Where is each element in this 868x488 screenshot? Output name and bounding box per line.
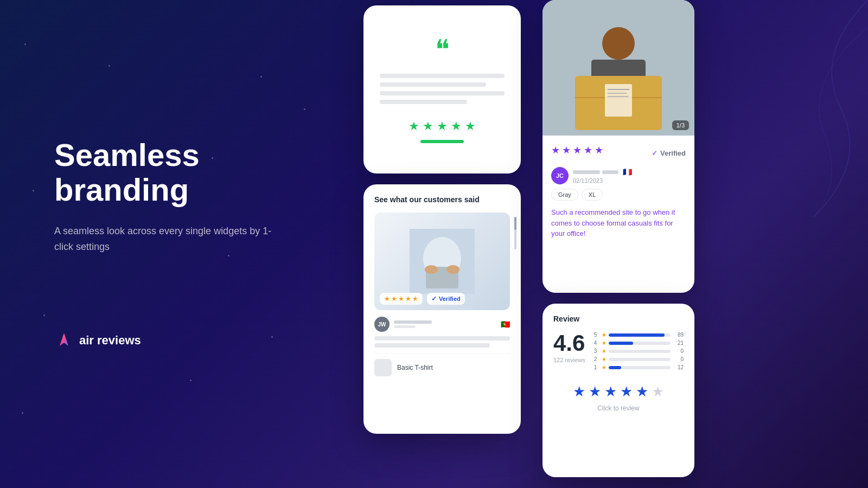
check-circle-icon: ✓ bbox=[431, 295, 437, 303]
star-4: ★ bbox=[451, 119, 462, 133]
stars-row-1: ★ ★ ★ ★ ★ bbox=[409, 119, 476, 133]
product-name: Basic T-shirt bbox=[397, 364, 433, 371]
star-2: ★ bbox=[423, 119, 433, 133]
name-bars-3: 🇫🇷 bbox=[573, 168, 632, 176]
rating-row-3: 3 ★ 0 bbox=[594, 348, 684, 354]
star-1: ★ bbox=[409, 119, 419, 133]
rating-star-4: ★ bbox=[602, 340, 607, 346]
verified-badge-2: ✓ Verified bbox=[427, 293, 465, 305]
orange-star-2: ★ bbox=[391, 295, 397, 303]
star-3: ★ bbox=[437, 119, 448, 133]
bar-track-3 bbox=[609, 350, 671, 353]
product-thumbnail bbox=[374, 359, 392, 376]
image-counter: 1/3 bbox=[672, 120, 689, 130]
svg-marker-0 bbox=[60, 333, 68, 346]
logo-icon bbox=[54, 331, 74, 350]
reviewer-details-3: 🇫🇷 02/11/2023 bbox=[573, 168, 632, 184]
rating-star-1: ★ bbox=[602, 364, 607, 370]
review-label: Review bbox=[553, 314, 684, 323]
rating-count-3: 0 bbox=[673, 348, 684, 354]
card-3-body: ★ ★ ★ ★ ★ ✓ Verified JC bbox=[542, 136, 694, 248]
rating-row-5: 5 ★ 89 bbox=[594, 332, 684, 338]
product-row: Basic T-shirt bbox=[374, 353, 510, 382]
rating-row-1: 1 ★ 12 bbox=[594, 364, 684, 370]
review-text-placeholder bbox=[374, 336, 510, 348]
svg-point-4 bbox=[425, 265, 438, 274]
rating-label-4: 4 bbox=[594, 340, 599, 346]
star-5: ★ bbox=[465, 119, 476, 133]
orange-star-3: ★ bbox=[398, 295, 404, 303]
big-star-1[interactable]: ★ bbox=[573, 383, 585, 400]
purple-star-5: ★ bbox=[595, 144, 603, 156]
reviewer-row-2: JW 🇵🇹 bbox=[374, 317, 510, 332]
svg-point-7 bbox=[602, 27, 635, 60]
tags-row: Gray XL bbox=[551, 189, 686, 201]
rating-row-4: 4 ★ 21 bbox=[594, 340, 684, 346]
rating-star-2: ★ bbox=[602, 356, 607, 362]
scroll-thumb bbox=[514, 217, 516, 230]
score-total: 122 reviews bbox=[553, 357, 585, 363]
review-summary: 4.6 122 reviews 5 ★ 89 4 ★ bbox=[553, 332, 684, 373]
big-stars-row[interactable]: ★ ★ ★ ★ ★ ★ bbox=[553, 383, 684, 400]
purple-stars: ★ ★ ★ ★ ★ bbox=[551, 144, 603, 156]
review-date-3: 02/11/2023 bbox=[573, 177, 632, 184]
orange-stars: ★ ★ ★ ★ ★ bbox=[380, 293, 423, 305]
bar-track-1 bbox=[609, 366, 671, 369]
orange-star-1: ★ bbox=[384, 295, 390, 303]
score-number: 4.6 bbox=[553, 332, 585, 355]
package-image: 1/3 bbox=[542, 0, 694, 136]
rating-star-5: ★ bbox=[602, 332, 607, 338]
review-image-overlay: ★ ★ ★ ★ ★ ✓ Verified bbox=[380, 293, 465, 305]
reviewer-name-bars bbox=[394, 320, 496, 328]
orange-star-5-half: ★ bbox=[412, 295, 418, 303]
bar-fill-4 bbox=[609, 342, 634, 345]
review-widget-card-3: 1/3 ★ ★ ★ ★ ★ ✓ Verified JC bbox=[542, 0, 694, 293]
logo-text: air reviews bbox=[79, 333, 141, 348]
big-star-2[interactable]: ★ bbox=[589, 383, 601, 400]
reviewer-avatar-jc: JC bbox=[551, 167, 569, 184]
green-bar bbox=[420, 140, 464, 143]
verified-label-2: Verified bbox=[439, 296, 461, 302]
hero-subtitle: A seamless look across every single widg… bbox=[54, 223, 282, 255]
review-image: ★ ★ ★ ★ ★ ✓ Verified bbox=[374, 213, 510, 310]
bar-track-5 bbox=[609, 333, 671, 337]
orange-star-4: ★ bbox=[405, 295, 411, 303]
reviewer-initials-jc: JC bbox=[556, 172, 564, 179]
purple-star-4: ★ bbox=[584, 144, 592, 156]
shirt-svg bbox=[410, 229, 475, 294]
review-widget-card-1: ❝ ★ ★ ★ ★ ★ bbox=[363, 5, 521, 174]
big-star-6-empty[interactable]: ★ bbox=[652, 383, 664, 400]
big-star-3[interactable]: ★ bbox=[604, 383, 617, 400]
scroll-indicator[interactable] bbox=[514, 217, 516, 249]
big-score: 4.6 122 reviews bbox=[553, 332, 585, 373]
widgets-area: ❝ ★ ★ ★ ★ ★ See what our customers said bbox=[347, 0, 868, 488]
big-star-4[interactable]: ★ bbox=[620, 383, 633, 400]
purple-star-2: ★ bbox=[562, 144, 571, 156]
rating-label-3: 3 bbox=[594, 348, 599, 354]
verified-label-3: Verified bbox=[660, 149, 686, 157]
tag-gray: Gray bbox=[551, 189, 578, 201]
reviewer-flag-jw: 🇵🇹 bbox=[501, 320, 510, 329]
left-panel: Seamless branding A seamless look across… bbox=[54, 0, 282, 488]
click-to-review[interactable]: Click to review bbox=[553, 404, 684, 412]
purple-star-3: ★ bbox=[573, 144, 582, 156]
svg-point-5 bbox=[446, 265, 459, 274]
reviewer-initials-jw: JW bbox=[378, 322, 386, 328]
rating-label-5: 5 bbox=[594, 332, 599, 338]
bar-fill-1 bbox=[609, 366, 621, 369]
reviewer-flag-3: 🇫🇷 bbox=[623, 168, 632, 176]
purple-star-1: ★ bbox=[551, 144, 560, 156]
placeholder-lines-1 bbox=[380, 74, 505, 108]
logo-area: air reviews bbox=[54, 331, 282, 350]
rating-count-1: 12 bbox=[673, 364, 684, 370]
quote-icon: ❝ bbox=[435, 36, 450, 63]
tag-xl: XL bbox=[582, 189, 603, 201]
rating-label-1: 1 bbox=[594, 364, 599, 370]
rating-count-2: 0 bbox=[673, 356, 684, 362]
verified-check-icon-3: ✓ bbox=[652, 149, 658, 157]
review-widget-card-2[interactable]: See what our customers said bbox=[363, 184, 521, 434]
rating-row-2: 2 ★ 0 bbox=[594, 356, 684, 362]
big-star-5-half[interactable]: ★ bbox=[636, 383, 648, 400]
bar-track-4 bbox=[609, 342, 671, 345]
rating-label-2: 2 bbox=[594, 356, 599, 362]
